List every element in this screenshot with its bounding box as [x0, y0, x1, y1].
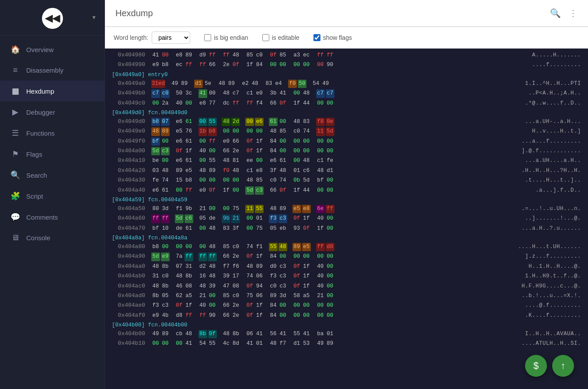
sidebar-item-label: Console	[26, 234, 50, 242]
sidebar-item-label: Comments	[26, 214, 58, 221]
sidebar-item-disassembly[interactable]: ≡ Disassembly	[0, 60, 104, 81]
script-icon: 🧩	[10, 191, 20, 201]
show-flags-label: show flags	[323, 34, 352, 41]
fab-container: $ ↑	[525, 355, 574, 377]
home-icon: 🏠	[10, 45, 20, 54]
section-label: [0x4049d0] fcn.004049d0	[105, 108, 588, 117]
table-row: 0x4049a0 31ed 4989 d15e 4889 e248 83e4 f…	[105, 79, 588, 88]
sidebar-logo: ◀◀ ▼	[0, 0, 104, 35]
table-row: 0x404980 4100 e889 d9ff ff48 85c0 0f85 a…	[105, 50, 588, 60]
sidebar-item-functions[interactable]: ☰ Functions	[0, 123, 104, 144]
hex-content[interactable]: 0x404980 4100 e889 d9ff ff48 85c0 0f85 a…	[105, 49, 588, 389]
word-length-label: Word length:	[114, 34, 148, 41]
scroll-up-fab-button[interactable]: ↑	[552, 355, 574, 377]
debugger-icon: ▶	[10, 107, 20, 117]
sidebar-item-label: Flags	[26, 151, 42, 158]
table-row: 0x404a70 bf10 de61 0048 833f 0075 05eb 9…	[105, 224, 588, 233]
big-endian-checkbox-item: is big endian	[204, 34, 248, 41]
toolbar: Word length: pairs single words dwords q…	[105, 27, 588, 49]
editable-label: is editable	[272, 34, 299, 41]
sidebar: ◀◀ ▼ 🏠 Overview ≡ Disassembly ▦ Hexdump …	[0, 0, 105, 389]
table-row: 0x404a00 5dc3 0f1f 4000 662e 0f1f 8400 0…	[105, 146, 588, 156]
sidebar-item-flags[interactable]: ⚑ Flags	[0, 144, 104, 165]
editable-checkbox-item: is editable	[262, 34, 299, 41]
app-logo: ◀◀	[42, 8, 63, 29]
section-label: [0x4049a0] entry0	[105, 70, 588, 79]
flags-icon: ⚑	[10, 149, 20, 159]
table-row: 0x404af0 e94b d8ff ff90 662e 0f1f 8400 0…	[105, 311, 588, 320]
table-row: 0x4049e0 4889 e576 1bb8 0000 0000 4885 c…	[105, 126, 588, 136]
table-row: 0x404a40 e661 00ff e00f 1f00 5dc3 660f 1…	[105, 186, 588, 195]
big-endian-label: is big endian	[214, 34, 248, 41]
more-menu-icon[interactable]: ⋮	[569, 8, 578, 18]
sidebar-item-label: Script	[26, 193, 43, 200]
sidebar-item-console[interactable]: 🖥 Console	[0, 228, 104, 248]
editable-checkbox[interactable]	[262, 34, 269, 41]
table-row: 0x404a10 be00 e661 0055 4881 ee00 e661 0…	[105, 156, 588, 165]
table-row: 0x4049b0 c7c0 503c 4100 48c7 c1e0 3b41 0…	[105, 88, 588, 98]
sidebar-item-comments[interactable]: 💬 Comments	[0, 207, 104, 228]
sidebar-item-label: Hexdump	[26, 88, 54, 95]
table-row: 0x404990 e9b8 ecff ff66 2e0f 1f84 0000 0…	[105, 60, 588, 70]
sidebar-item-debugger[interactable]: ▶ Debugger	[0, 102, 104, 123]
big-endian-checkbox[interactable]	[204, 34, 211, 41]
search-nav-icon: 🔍	[10, 170, 20, 180]
sidebar-collapse-icon[interactable]: ▼	[91, 14, 97, 21]
table-row: 0x404a20 0348 89e5 4889 f048 c1e8 3f48 0…	[105, 166, 588, 175]
table-row: 0x404ad0 8b05 62a5 2100 85c0 7506 893d 5…	[105, 291, 588, 301]
sidebar-item-hexdump[interactable]: ▦ Hexdump	[0, 81, 104, 102]
comments-icon: 💬	[10, 212, 20, 222]
section-label: [0x404a8a] fcn.00404a8a	[105, 233, 588, 242]
sidebar-item-label: Debugger	[26, 109, 55, 116]
functions-icon: ☰	[10, 128, 20, 138]
table-row: 0x4049d0 b807 e661 0055 482d 00e6 6100 4…	[105, 117, 588, 126]
table-row: 0x404ae0 f3c3 0f1f 4000 662e 0f1f 8400 0…	[105, 301, 588, 310]
dollar-fab-button[interactable]: $	[525, 355, 547, 377]
show-flags-checkbox-item: show flags	[313, 34, 352, 41]
sidebar-item-overview[interactable]: 🏠 Overview	[0, 39, 104, 60]
sidebar-item-script[interactable]: 🧩 Script	[0, 186, 104, 207]
header: Hexdump 🔍 ⋮	[105, 0, 588, 27]
table-row: 0x404b00 4989 cb48 8b0f 488b 0641 5641 5…	[105, 329, 588, 339]
table-row: 0x4049c0 002a 4000 e877 dcff fff4 660f 1…	[105, 98, 588, 108]
disassembly-icon: ≡	[10, 66, 20, 75]
search-icon[interactable]: 🔍	[550, 8, 561, 18]
sidebar-item-label: Disassembly	[26, 67, 63, 74]
table-row: 0x404a80 b800 0000 0048 85c0 74f1 5548 8…	[105, 242, 588, 252]
nav-items: 🏠 Overview ≡ Disassembly ▦ Hexdump ▶ Deb…	[0, 35, 104, 389]
table-row: 0x404aa0 488b 0731 d248 f7f6 4889 d0c3 0…	[105, 262, 588, 271]
sidebar-item-search[interactable]: 🔍 Search	[0, 165, 104, 186]
table-row: 0x404ac0 488b 4608 4839 4708 0f94 c0c3 0…	[105, 281, 588, 291]
table-row: 0x404ab0 31c0 488b 1648 3917 7406 f3c3 0…	[105, 271, 588, 281]
table-row: 0x404b10 0000 0041 5455 4c8d 4101 48f7 d…	[105, 339, 588, 348]
show-flags-checkbox[interactable]	[313, 34, 320, 41]
table-row: 0x404a30 fe74 15b8 0000 0000 4885 c074 0…	[105, 175, 588, 185]
main-area: Hexdump 🔍 ⋮ Word length: pairs single wo…	[105, 0, 588, 389]
hexdump-icon: ▦	[10, 86, 20, 96]
section-label: [0x404a59] fcn.00404a59	[105, 195, 588, 204]
table-row: 0x4049f0 bf00 e661 00ff e066 0f1f 8400 0…	[105, 137, 588, 146]
sidebar-item-label: Functions	[26, 130, 55, 137]
table-row: 0x404a90 5de9 7aff ffff 662e 0f1f 8400 0…	[105, 252, 588, 261]
table-row: 0x404a60 ffff 5dc6 05de 9b21 0001 f3c3 0…	[105, 214, 588, 223]
word-length-select[interactable]: pairs single words dwords qwords	[152, 32, 190, 44]
sidebar-item-label: Overview	[26, 46, 54, 53]
console-icon: 🖥	[10, 233, 20, 242]
header-actions: 🔍 ⋮	[550, 8, 578, 18]
sidebar-item-label: Search	[26, 172, 47, 179]
page-title: Hexdump	[115, 8, 153, 18]
table-row: 0x404a50 803d f19b 2100 0075 1155 4889 e…	[105, 204, 588, 214]
section-label: [0x404b00] fcn.00404b00	[105, 320, 588, 329]
word-length-control: Word length: pairs single words dwords q…	[114, 32, 190, 44]
